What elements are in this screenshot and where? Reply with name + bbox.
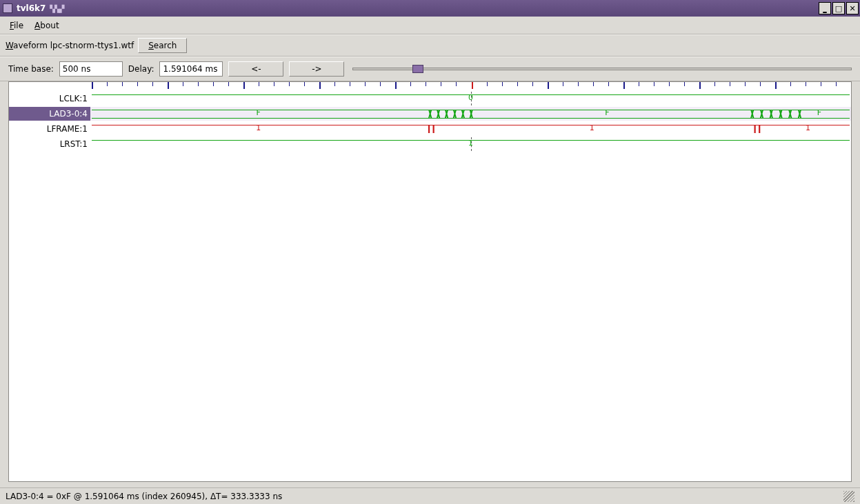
slider-thumb[interactable] [412,65,423,73]
cursor-tick [472,82,473,89]
waveform-file-label[interactable]: Waveform lpc-stnorm-ttys1.wtf [6,41,134,50]
wave-value: 1 [256,123,261,132]
toolbar-controls: Time base: Delay: <- -> [0,57,860,81]
minimize-button[interactable]: ‗ [819,2,831,14]
menu-bar: File About [0,17,860,34]
wave-area: FFF [92,107,850,121]
delay-slider[interactable] [352,64,852,74]
wave-value: 1 [590,123,594,132]
wave-value: 1 [806,123,810,132]
window-title: tvl6k7 [17,3,46,13]
wave-area: 1 [92,137,850,151]
close-button[interactable]: ✕ [846,2,859,14]
delay-label: Delay: [128,64,154,74]
wave-value: 0 [468,93,473,102]
title-bar: tvl6k7 ▚▚▞ ‗ □ ✕ [0,0,860,17]
maximize-button[interactable]: □ [832,2,845,14]
prev-button[interactable]: <- [228,61,283,77]
wave-value: F [817,108,821,117]
wave-value: F [257,108,261,117]
status-text: LAD3-0:4 = 0xF @ 1.591064 ms (index 2609… [6,492,282,501]
delay-input[interactable] [159,61,223,77]
signal-label[interactable]: LRST:1 [9,137,90,151]
wave-value: 1 [468,139,473,148]
toolbar-file: Waveform lpc-stnorm-ttys1.wtf Search [0,34,860,57]
menu-file[interactable]: File [4,19,29,32]
wave-area: 0 [92,92,850,105]
signal-row[interactable]: LCLK:10 [9,92,851,105]
search-button[interactable]: Search [138,38,187,53]
signal-label[interactable]: LCLK:1 [9,92,90,105]
wave-value: F [605,108,609,117]
signal-label[interactable]: LFRAME:1 [9,122,90,136]
waveform-canvas[interactable]: LCLK:10LAD3-0:4FFFLFRAME:1111LRST:11 [8,81,852,482]
timebase-label: Time base: [8,64,54,74]
menu-about[interactable]: About [29,19,65,32]
app-icon [3,3,12,13]
signal-label[interactable]: LAD3-0:4 [9,107,90,121]
status-bar: LAD3-0:4 = 0xF @ 1.591064 ms (index 2609… [0,487,860,504]
next-button[interactable]: -> [289,61,344,77]
waveform-panel-wrap: LCLK:10LAD3-0:4FFFLFRAME:1111LRST:11 [0,81,860,487]
timebase-input[interactable] [59,61,123,77]
slider-track [352,68,852,70]
time-ruler [92,82,851,90]
wave-area: 111 [92,122,850,136]
signal-row[interactable]: LRST:11 [9,137,851,151]
resize-grip-icon[interactable] [843,491,854,502]
signal-row[interactable]: LAD3-0:4FFF [9,107,851,121]
signal-row[interactable]: LFRAME:1111 [9,122,851,136]
title-decor: ▚▚▞ [50,5,63,12]
